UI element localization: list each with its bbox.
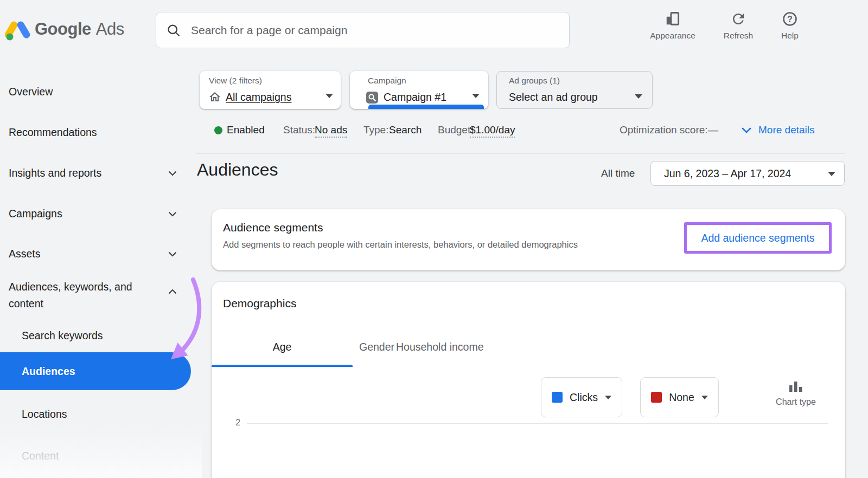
brand-word-google: Google [35, 20, 91, 38]
header-divider [196, 153, 845, 154]
compare-selector-value: None [669, 391, 694, 404]
status-label: Status: [283, 124, 315, 136]
optimization-score-label: Optimization score: [620, 124, 708, 136]
view-filter-label: View (2 filters) [209, 76, 262, 86]
sidebar-item-audiences-active[interactable]: Audiences [0, 352, 191, 390]
sidebar-item-assets[interactable]: Assets [9, 248, 41, 260]
chevron-down-icon [168, 211, 177, 217]
google-ads-app: GoogleAds Appearance Refresh ? Help Over… [0, 0, 868, 478]
add-audience-segments-button[interactable]: Add audience segments [701, 232, 814, 244]
tab-household-income[interactable]: Household income [396, 341, 484, 353]
metric-swatch [552, 392, 563, 403]
dropdown-caret-icon [472, 94, 480, 98]
campaign-filter-label: Campaign [368, 76, 406, 86]
chart-type-label: Chart type [776, 397, 816, 407]
date-range-value: Jun 6, 2023 – Apr 17, 2024 [664, 162, 791, 185]
demographics-title: Demographics [223, 297, 296, 310]
type-label: Type: [363, 124, 388, 136]
chevron-up-icon [168, 289, 177, 294]
sidebar-item-campaigns[interactable]: Campaigns [9, 208, 62, 220]
sidebar-item-overview[interactable]: Overview [9, 86, 53, 98]
help-label: Help [781, 31, 799, 41]
dropdown-caret-icon [605, 396, 611, 399]
adgroup-filter-label: Ad groups (1) [509, 76, 560, 86]
chevron-down-icon [168, 251, 177, 257]
adgroup-filter-value: Select an ad group [509, 91, 598, 104]
demographics-card: Demographics Age Gender Household income… [212, 282, 845, 478]
sidebar-item-recommendations[interactable]: Recommendations [9, 126, 97, 139]
view-filter-value: All campaigns [226, 91, 291, 104]
campaign-filter-value: Campaign #1 [384, 91, 446, 104]
sidebar-item-content[interactable]: Content [22, 450, 59, 462]
global-search[interactable] [156, 12, 570, 48]
enabled-status-dot [214, 126, 222, 134]
more-details-chevron-icon [741, 127, 752, 133]
home-icon [208, 91, 221, 104]
search-input[interactable] [191, 24, 544, 37]
date-range-picker[interactable]: Jun 6, 2023 – Apr 17, 2024 [650, 161, 845, 186]
optimization-score-value: — [708, 124, 718, 136]
campaign-icon [366, 92, 378, 104]
google-ads-logo-icon [4, 16, 30, 42]
sidebar-item-audiences-keywords-content[interactable]: Audiences, keywords, and content [9, 279, 159, 312]
help-button[interactable]: ? Help [775, 11, 805, 41]
audience-segments-card: Audience segments Add segments to reach … [212, 209, 845, 270]
audience-segments-title: Audience segments [223, 221, 323, 234]
svg-text:?: ? [787, 15, 793, 24]
compare-swatch [651, 392, 662, 403]
dropdown-caret-icon [635, 94, 642, 99]
view-filter-chip[interactable]: View (2 filters) All campaigns [200, 71, 341, 109]
metric-selector[interactable]: Clicks [541, 377, 622, 417]
sidebar-item-locations[interactable]: Locations [22, 408, 67, 421]
audience-segments-subtitle: Add segments to reach people with certai… [223, 240, 578, 250]
budget-value[interactable]: $1.00/day [470, 124, 515, 138]
appearance-label: Appearance [650, 31, 695, 41]
status-value[interactable]: No ads [315, 124, 347, 138]
date-preset-label: All time [601, 167, 635, 179]
dropdown-caret-icon [828, 172, 835, 176]
dropdown-caret-icon [326, 94, 333, 98]
campaign-active-indicator [368, 105, 484, 109]
help-icon: ? [782, 11, 798, 27]
tab-gender[interactable]: Gender [359, 341, 394, 353]
sidebar-item-audiences-label: Audiences [22, 352, 75, 390]
compare-selector[interactable]: None [640, 377, 719, 417]
annotation-highlight-box: Add audience segments [684, 222, 832, 254]
chart-type-button[interactable]: Chart type [766, 379, 826, 407]
y-axis-tick: 2 [235, 417, 240, 428]
sidebar-item-search-keywords[interactable]: Search keywords [22, 330, 103, 342]
app-title: GoogleAds [35, 20, 124, 39]
sidebar-item-insights-and-reports[interactable]: Insights and reports [9, 167, 101, 179]
refresh-label: Refresh [724, 31, 753, 41]
appearance-icon [665, 11, 681, 27]
active-tab-underline [212, 365, 353, 367]
type-value: Search [389, 124, 422, 136]
brand-word-ads: Ads [96, 20, 124, 38]
more-details-link[interactable]: More details [758, 124, 815, 136]
refresh-icon [730, 11, 746, 27]
refresh-button[interactable]: Refresh [718, 11, 758, 41]
bar-chart-icon [788, 379, 803, 394]
dropdown-caret-icon [701, 396, 708, 399]
page-title: Audiences [197, 160, 278, 180]
budget-label: Budget: [438, 124, 474, 136]
search-icon [166, 23, 181, 38]
metric-selector-value: Clicks [570, 391, 598, 404]
appearance-button[interactable]: Appearance [644, 11, 701, 41]
chart-gridline [247, 423, 828, 424]
tab-age[interactable]: Age [212, 341, 353, 353]
chevron-down-icon [168, 171, 177, 176]
adgroup-filter-chip[interactable]: Ad groups (1) Select an ad group [496, 71, 653, 109]
enabled-status: Enabled [227, 124, 265, 136]
campaign-filter-chip[interactable]: Campaign Campaign #1 [350, 71, 488, 109]
